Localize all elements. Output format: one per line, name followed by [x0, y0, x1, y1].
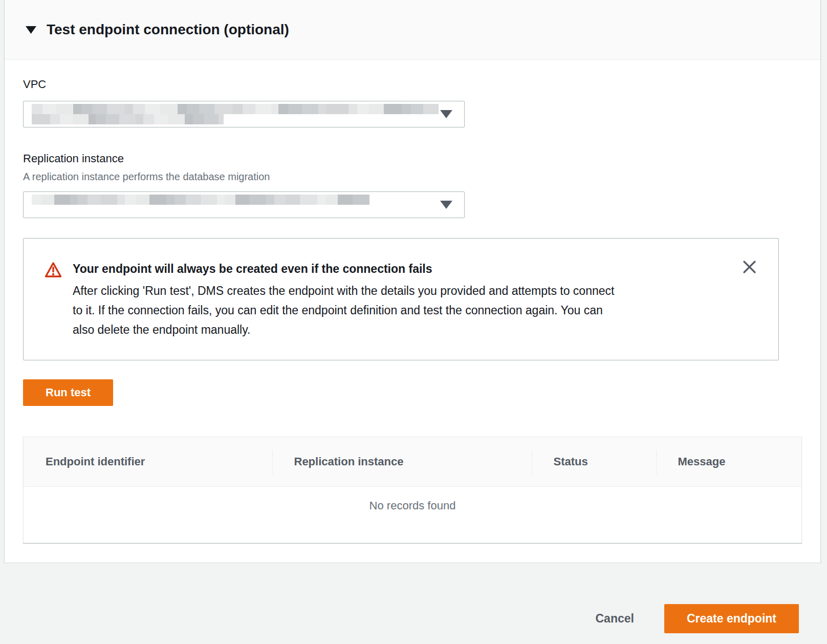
- replication-instance-description: A replication instance performs the data…: [23, 170, 800, 183]
- test-results-table: Endpoint identifier Replication instance…: [23, 437, 802, 543]
- warning-triangle-icon: [45, 262, 62, 339]
- warning-body-line: also delete the endpoint manually.: [73, 320, 614, 339]
- test-endpoint-connection-panel: Test endpoint connection (optional) VPC …: [4, 0, 821, 563]
- vpc-select[interactable]: [23, 101, 465, 127]
- table-header-row: Endpoint identifier Replication instance…: [24, 437, 802, 487]
- column-header-replication-instance: Replication instance: [272, 437, 532, 487]
- chevron-down-icon: [440, 200, 453, 209]
- collapse-caret-icon: [25, 26, 37, 34]
- no-records-message: No records found: [24, 487, 802, 543]
- warning-title: Your endpoint will always be created eve…: [73, 261, 614, 276]
- warning-body-line: After clicking 'Run test', DMS creates t…: [73, 281, 614, 300]
- warning-body-line: to it. If the connection fails, you can …: [73, 300, 614, 320]
- column-header-message: Message: [656, 437, 802, 487]
- column-header-status: Status: [532, 437, 656, 487]
- replication-instance-select[interactable]: [23, 191, 465, 218]
- close-icon: [743, 260, 756, 274]
- form-actions-footer: Cancel Create endpoint: [0, 563, 827, 644]
- vpc-redacted-value: [32, 104, 440, 124]
- empty-state-row: No records found: [24, 487, 802, 543]
- close-warning-button[interactable]: [741, 258, 758, 275]
- vpc-label: VPC: [23, 77, 800, 92]
- column-header-endpoint-identifier: Endpoint identifier: [24, 437, 272, 487]
- run-test-button[interactable]: Run test: [23, 379, 113, 406]
- cancel-button[interactable]: Cancel: [595, 604, 634, 633]
- panel-expand-header[interactable]: Test endpoint connection (optional): [5, 0, 820, 60]
- page: Test endpoint connection (optional) VPC …: [0, 0, 827, 644]
- warning-flash: Your endpoint will always be created eve…: [23, 238, 779, 360]
- replication-instance-label: Replication instance: [23, 152, 800, 166]
- panel-title: Test endpoint connection (optional): [47, 22, 289, 38]
- create-endpoint-button[interactable]: Create endpoint: [664, 604, 799, 633]
- chevron-down-icon: [440, 110, 453, 119]
- replication-instance-redacted-value: [32, 195, 369, 215]
- panel-body: VPC Replication instance A replication i…: [5, 60, 820, 543]
